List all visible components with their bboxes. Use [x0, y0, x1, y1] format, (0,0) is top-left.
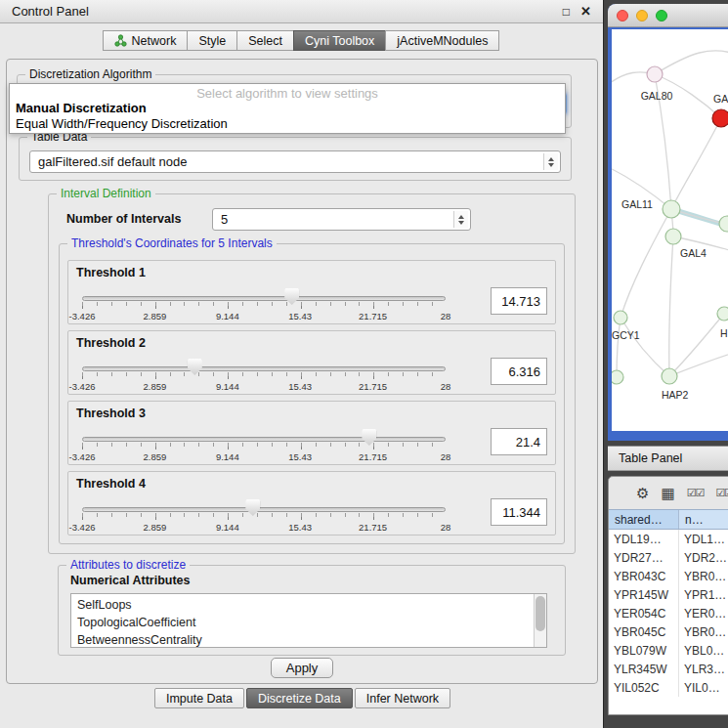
network-edge[interactable] [669, 236, 673, 376]
table-cell[interactable]: YBR0… [679, 567, 728, 585]
attribute-list-item[interactable]: SelfLoops [71, 596, 546, 614]
table-row[interactable]: YER054CYER0… [609, 604, 728, 622]
slider-track[interactable] [82, 507, 446, 512]
dropdown-option-equal-width-frequency[interactable]: Equal Width/Frequency Discretization [10, 116, 565, 132]
tab-cyni-toolbox[interactable]: Cyni Toolbox [293, 30, 386, 51]
network-edge[interactable] [621, 209, 671, 318]
threshold-1-slider[interactable]: -3.4262.8599.14415.4321.71528 [82, 287, 446, 322]
close-icon[interactable]: ✕ [580, 5, 591, 18]
table-cell[interactable]: YBL0… [679, 641, 728, 660]
table-panel-title: Table Panel [619, 451, 682, 465]
threshold-3-value[interactable]: 21.4 [491, 428, 547, 455]
attribute-list-item[interactable]: TopologicalCoefficient [71, 614, 546, 631]
network-node[interactable] [647, 66, 663, 82]
number-of-intervals-select[interactable]: 5 [212, 208, 471, 231]
tick-label: 2.859 [144, 311, 167, 321]
table-cell[interactable]: YIL0… [679, 678, 728, 697]
network-edge[interactable] [671, 118, 721, 209]
combo-stepper-icon[interactable] [453, 211, 468, 228]
apply-button[interactable]: Apply [271, 658, 333, 678]
table-cell[interactable]: YDR27… [609, 548, 679, 567]
column-header-1[interactable]: shared… [609, 510, 679, 529]
network-edge[interactable] [617, 318, 621, 377]
table-row[interactable]: YLR345WYLR3… [609, 660, 728, 678]
slider-track[interactable] [82, 437, 446, 442]
tab-select[interactable]: Select [236, 30, 294, 51]
threshold-4-panel: Threshold 4 -3.4262.8599.14415.4321.7152… [67, 471, 556, 535]
network-node[interactable] [614, 311, 627, 324]
table-row[interactable]: YIL052CYIL0… [609, 678, 728, 697]
network-edge[interactable] [655, 51, 728, 74]
table-row[interactable]: YBR045CYBR0… [609, 622, 728, 641]
close-traffic-light-icon[interactable] [617, 10, 628, 21]
table-cell[interactable]: YPR145W [609, 585, 679, 604]
attribute-list-item[interactable]: BetweennessCentrality [71, 631, 546, 648]
table-row[interactable]: YDL19…YDL1… [609, 530, 728, 548]
tab-infer-network[interactable]: Infer Network [355, 688, 450, 708]
tab-label: Cyni Toolbox [305, 34, 374, 48]
table-cell[interactable]: YIL052C [609, 678, 679, 697]
gear-icon[interactable]: ⚙ [636, 486, 649, 500]
network-node[interactable] [663, 200, 680, 218]
numerical-attributes-list[interactable]: SelfLoopsTopologicalCoefficientBetweenne… [70, 593, 547, 648]
table-row[interactable]: YPR145WYPR1… [609, 585, 728, 604]
network-node[interactable] [712, 109, 728, 127]
table-cell[interactable]: YBR045C [609, 622, 679, 641]
network-node[interactable] [665, 229, 681, 244]
table-cell[interactable]: YBL079W [609, 641, 679, 660]
table-cell[interactable]: YPR1… [679, 585, 728, 604]
table-cell[interactable]: YLR345W [609, 660, 679, 678]
combo-stepper-icon[interactable] [543, 153, 558, 170]
table-cell[interactable]: YBR0… [679, 622, 728, 641]
float-window-icon[interactable]: □ [563, 6, 570, 18]
network-canvas-frame: GAL80GAGAL11GAL4GCY1HHAP2 [608, 27, 728, 441]
network-canvas[interactable]: GAL80GAGAL11GAL4GCY1HHAP2 [612, 29, 728, 431]
list-scrollbar[interactable] [534, 594, 546, 647]
threshold-4-slider[interactable]: -3.4262.8599.14415.4321.71528 [82, 498, 446, 534]
table-cell[interactable]: YDL19… [609, 530, 679, 548]
algorithm-dropdown-list: Select algorithm to view settings Manual… [9, 83, 566, 134]
table-cell[interactable]: YER054C [609, 604, 679, 622]
scrollbar-thumb[interactable] [535, 596, 545, 631]
network-edge[interactable] [621, 318, 669, 376]
tab-discretize-data[interactable]: Discretize Data [246, 688, 353, 708]
slider-minor-ticks [82, 302, 447, 306]
zoom-traffic-light-icon[interactable] [656, 10, 667, 21]
network-node[interactable] [719, 216, 728, 232]
table-cell[interactable]: YDL1… [679, 530, 728, 548]
table-row[interactable]: YBR043CYBR0… [609, 567, 728, 585]
network-edge[interactable] [669, 352, 728, 376]
threshold-2-slider[interactable]: -3.4262.8599.14415.4321.71528 [82, 358, 446, 393]
table-cell[interactable]: YBR043C [609, 567, 679, 585]
network-node[interactable] [662, 368, 677, 384]
check-pair-icon[interactable]: ☑☑ [715, 488, 728, 498]
network-node[interactable] [612, 370, 623, 384]
check-pair-icon[interactable]: ☑☑ [687, 488, 705, 498]
column-header-2[interactable]: n… [679, 510, 728, 529]
table-cell[interactable]: YDR2… [679, 548, 728, 567]
dropdown-option-manual-discretization[interactable]: Manual Discretization [10, 101, 565, 116]
table-row[interactable]: YBL079WYBL0… [609, 641, 728, 660]
table-toolbar: ⚙▦☑☑☑☑ [609, 477, 728, 509]
table-row[interactable]: YDR27…YDR2… [609, 548, 728, 567]
tab-jactivemnodules[interactable]: jActiveMNodules [385, 30, 499, 51]
attributes-legend: Attributes to discretize [66, 558, 190, 572]
network-edge[interactable] [669, 314, 724, 376]
network-node[interactable] [717, 307, 728, 321]
threshold-4-value[interactable]: 11.344 [491, 498, 547, 526]
columns-icon[interactable]: ▦ [661, 486, 674, 500]
threshold-3-slider[interactable]: -3.4262.8599.14415.4321.71528 [82, 428, 446, 463]
tab-network[interactable]: Network [103, 30, 189, 51]
network-node-label: GAL11 [621, 198, 653, 210]
threshold-1-value[interactable]: 14.713 [491, 287, 547, 315]
table-cell[interactable]: YER0… [679, 604, 728, 622]
tab-impute-data[interactable]: Impute Data [154, 688, 244, 708]
threshold-2-value[interactable]: 6.316 [491, 358, 547, 385]
tab-label: Infer Network [366, 692, 439, 706]
table-cell[interactable]: YLR3… [679, 660, 728, 678]
slider-track[interactable] [82, 296, 446, 301]
table-data-select[interactable]: galFiltered.sif default node [29, 150, 561, 173]
tab-style[interactable]: Style [187, 30, 237, 51]
minimize-traffic-light-icon[interactable] [636, 10, 648, 21]
slider-track[interactable] [82, 366, 446, 371]
